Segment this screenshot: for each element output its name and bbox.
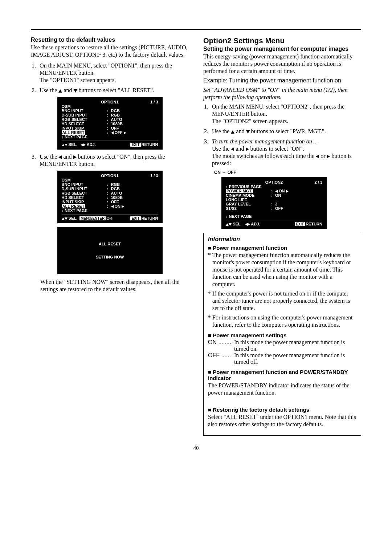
right-column: Option2 Settings Menu Setting the power … bbox=[203, 37, 361, 436]
left-icon bbox=[111, 131, 114, 134]
menuenter-badge: MENU/ENTER bbox=[79, 216, 106, 220]
info-p5: Select "ALL RESET" under the OPTION1 men… bbox=[208, 414, 356, 428]
setting-on: ON ........ In this mode the power manag… bbox=[208, 339, 356, 352]
osd-all-reset: ALL RESET bbox=[62, 130, 85, 135]
left-heading: Resetting to the default values bbox=[31, 37, 189, 43]
left-icon bbox=[58, 155, 62, 159]
left-step-3: Use the and buttons to select "ON", then… bbox=[37, 153, 189, 168]
osd-reset-setting: SETTING NOW bbox=[96, 255, 124, 259]
right-icon bbox=[73, 155, 77, 159]
left-step-1: On the MAIN MENU, select "OPTION1", then… bbox=[37, 62, 189, 84]
osd-panel-option1-b: OPTION1 1 / 3 OSM BNC INPUT:RGB D-SUB IN… bbox=[57, 171, 163, 223]
osd-panel-option2: OPTION2 2 / 3 PREVIOUS PAGE POWER MGT. :… bbox=[221, 177, 327, 229]
right-step-3: To turn the power management function on… bbox=[210, 138, 361, 167]
up-icon bbox=[58, 89, 62, 93]
info-p2: * If the computer's power is not turned … bbox=[208, 290, 356, 312]
down-icon bbox=[74, 89, 77, 93]
info-p3: * For instructions on using the computer… bbox=[208, 314, 356, 329]
osd-page: 1 / 3 bbox=[119, 100, 158, 104]
info-h4: Restoring the factory default settings bbox=[208, 407, 356, 413]
osd-power-mgt: POWER MGT. bbox=[226, 189, 253, 193]
right-example: Example: Turning the power management fu… bbox=[203, 77, 361, 84]
left-intro: Use these operations to restore all the … bbox=[31, 44, 189, 58]
left-step-2: Use the and buttons to select "ALL RESET… bbox=[37, 87, 189, 94]
osd-reset-panel: ALL RESET SETTING NOW bbox=[57, 227, 163, 274]
information-box: Information Power management function * … bbox=[203, 233, 361, 436]
exit-badge: EXIT bbox=[130, 143, 140, 147]
right-title: Option2 Settings Menu bbox=[203, 37, 361, 45]
info-p4: The POWER/STANDBY indicator indicates th… bbox=[208, 382, 356, 396]
info-h1: Power management function bbox=[208, 245, 356, 251]
right-advosm: Set "ADVANCED OSM" to "ON" in the main m… bbox=[203, 86, 361, 101]
info-title: Information bbox=[208, 236, 356, 243]
left-closing: When the "SETTING NOW" screen disappears… bbox=[40, 278, 189, 293]
horizontal-rule bbox=[31, 29, 361, 30]
right-heading: Setting the power management for compute… bbox=[203, 46, 361, 52]
right-step-2: Use the and buttons to select "PWR. MGT.… bbox=[210, 128, 361, 135]
up-arrow-icon bbox=[226, 184, 228, 189]
osd-panel-option1-a: OPTION1 1 / 3 OSM BNC INPUT:RGB D-SUB IN… bbox=[57, 97, 163, 150]
right-icon bbox=[124, 131, 126, 134]
info-p1: * The power management function automati… bbox=[208, 252, 356, 288]
info-h2: Power management settings bbox=[208, 332, 356, 338]
right-step-1: On the MAIN MENU, select "OPTION2", then… bbox=[210, 103, 361, 125]
down-arrow-icon bbox=[62, 135, 64, 139]
left-column: Resetting to the default values Use thes… bbox=[31, 37, 189, 436]
osd-reset-title: ALL RESET bbox=[99, 242, 121, 246]
osd-title: OPTION1 bbox=[101, 100, 118, 104]
setting-off: OFF ...... In this mode the power manage… bbox=[208, 352, 356, 365]
right-intro: This energy-saving (power management) fu… bbox=[203, 53, 361, 75]
info-h3: Power management function and POWER/STAN… bbox=[208, 369, 356, 381]
toggle-line: ON ↔ OFF bbox=[214, 170, 361, 175]
page-number: 40 bbox=[31, 445, 361, 451]
